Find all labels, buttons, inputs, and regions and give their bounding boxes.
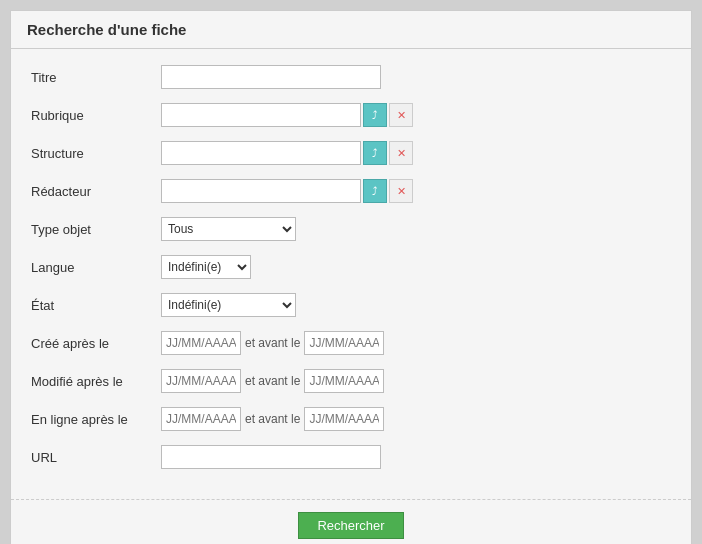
titre-row: Titre [31, 65, 671, 89]
redacteur-input-group: ⤴ ✕ [161, 179, 413, 203]
rubrique-select-btn[interactable]: ⤴ [363, 103, 387, 127]
modifie-et-avant-sep: et avant le [245, 374, 300, 388]
redacteur-label: Rédacteur [31, 184, 161, 199]
modifie-apres-label: Modifié après le [31, 374, 161, 389]
langue-select[interactable]: Indéfini(e) Français English [161, 255, 251, 279]
langue-label: Langue [31, 260, 161, 275]
etat-select[interactable]: Indéfini(e) En ligne Hors ligne À la cor… [161, 293, 296, 317]
redacteur-row: Rédacteur ⤴ ✕ [31, 179, 671, 203]
cree-apres-label: Créé après le [31, 336, 161, 351]
panel-header: Recherche d'une fiche [11, 11, 691, 49]
titre-input[interactable] [161, 65, 381, 89]
langue-row: Langue Indéfini(e) Français English [31, 255, 671, 279]
type-objet-row: Type objet Tous Article Page Rubrique [31, 217, 671, 241]
cree-date-group: et avant le [161, 331, 384, 355]
etat-label: État [31, 298, 161, 313]
modifie-apres-row: Modifié après le et avant le [31, 369, 671, 393]
type-objet-label: Type objet [31, 222, 161, 237]
redacteur-clear-btn[interactable]: ✕ [389, 179, 413, 203]
en-ligne-avant-input[interactable] [304, 407, 384, 431]
rubrique-label: Rubrique [31, 108, 161, 123]
etat-row: État Indéfini(e) En ligne Hors ligne À l… [31, 293, 671, 317]
rubrique-clear-btn[interactable]: ✕ [389, 103, 413, 127]
en-ligne-apres-row: En ligne après le et avant le [31, 407, 671, 431]
structure-row: Structure ⤴ ✕ [31, 141, 671, 165]
structure-input[interactable] [161, 141, 361, 165]
en-ligne-apres-label: En ligne après le [31, 412, 161, 427]
redacteur-clear-icon: ✕ [397, 185, 406, 198]
cree-et-avant-sep: et avant le [245, 336, 300, 350]
structure-select-icon: ⤴ [372, 147, 378, 159]
rubrique-row: Rubrique ⤴ ✕ [31, 103, 671, 127]
url-row: URL [31, 445, 671, 469]
panel-footer: Rechercher [11, 499, 691, 544]
rubrique-select-icon: ⤴ [372, 109, 378, 121]
redacteur-select-icon: ⤴ [372, 185, 378, 197]
cree-avant-input[interactable] [304, 331, 384, 355]
type-objet-select[interactable]: Tous Article Page Rubrique [161, 217, 296, 241]
structure-label: Structure [31, 146, 161, 161]
en-ligne-et-avant-sep: et avant le [245, 412, 300, 426]
rubrique-clear-icon: ✕ [397, 109, 406, 122]
modifie-avant-input[interactable] [304, 369, 384, 393]
cree-apres-row: Créé après le et avant le [31, 331, 671, 355]
main-panel: Recherche d'une fiche Titre Rubrique ⤴ ✕… [10, 10, 692, 544]
redacteur-input[interactable] [161, 179, 361, 203]
en-ligne-apres-input[interactable] [161, 407, 241, 431]
rechercher-button[interactable]: Rechercher [298, 512, 403, 539]
rubrique-input-group: ⤴ ✕ [161, 103, 413, 127]
panel-body: Titre Rubrique ⤴ ✕ Structure ⤴ [11, 49, 691, 499]
url-input[interactable] [161, 445, 381, 469]
structure-clear-icon: ✕ [397, 147, 406, 160]
panel-title: Recherche d'une fiche [27, 21, 186, 38]
structure-clear-btn[interactable]: ✕ [389, 141, 413, 165]
titre-label: Titre [31, 70, 161, 85]
modifie-date-group: et avant le [161, 369, 384, 393]
cree-apres-input[interactable] [161, 331, 241, 355]
redacteur-select-btn[interactable]: ⤴ [363, 179, 387, 203]
url-label: URL [31, 450, 161, 465]
structure-select-btn[interactable]: ⤴ [363, 141, 387, 165]
en-ligne-date-group: et avant le [161, 407, 384, 431]
rubrique-input[interactable] [161, 103, 361, 127]
structure-input-group: ⤴ ✕ [161, 141, 413, 165]
modifie-apres-input[interactable] [161, 369, 241, 393]
